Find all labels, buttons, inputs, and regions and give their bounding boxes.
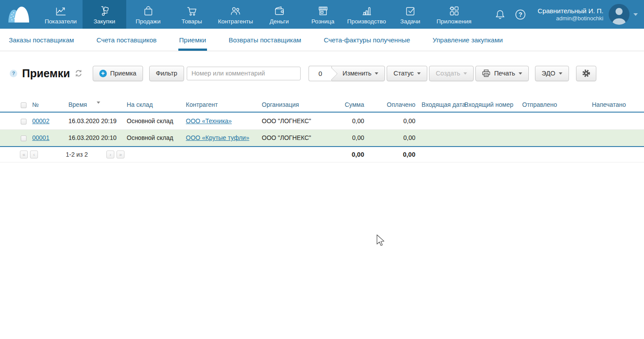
shopping-bag-icon bbox=[143, 4, 154, 17]
col-number[interactable]: № bbox=[32, 98, 68, 112]
last-page-button[interactable]: » bbox=[117, 151, 124, 158]
user-avatar[interactable] bbox=[609, 4, 629, 25]
hand-truck-icon bbox=[99, 4, 110, 17]
row-checkbox[interactable] bbox=[21, 119, 26, 124]
svg-text:?: ? bbox=[519, 11, 523, 18]
row-sum: 0,00 bbox=[324, 129, 364, 147]
sort-desc-icon bbox=[97, 102, 100, 104]
nav-item-indicators[interactable]: Показатели bbox=[39, 0, 83, 29]
nav-item-apps[interactable]: Приложения bbox=[432, 0, 476, 29]
nav-item-sales[interactable]: Продажи bbox=[126, 0, 170, 29]
tab-supplier-invoices[interactable]: Счета поставщиков bbox=[97, 29, 157, 51]
total-paid: 0,00 bbox=[364, 147, 415, 162]
table-row[interactable]: 00001 16.03.2020 20:10 Основной склад ОО… bbox=[0, 129, 644, 147]
topnav-right: ? Сравнительный И. П. admin@botinochki bbox=[490, 0, 644, 29]
tab-invoices-received[interactable]: Счета-фактуры полученные bbox=[324, 29, 410, 51]
prev-page-button[interactable]: ‹ bbox=[30, 151, 38, 158]
document-number-link[interactable]: 00002 bbox=[32, 117, 49, 124]
row-checkbox[interactable] bbox=[21, 136, 26, 141]
row-paid: 0,00 bbox=[364, 112, 415, 129]
nav-item-purchases[interactable]: Закупки bbox=[83, 0, 126, 29]
user-menu-caret-icon[interactable] bbox=[633, 13, 638, 16]
col-counterparty[interactable]: Контрагент bbox=[186, 98, 262, 112]
status-label: Статус bbox=[393, 70, 414, 77]
col-incoming-date[interactable]: Входящая дата bbox=[415, 98, 464, 112]
selection-group: 0 Изменить bbox=[309, 66, 385, 81]
row-sum: 0,00 bbox=[324, 112, 364, 129]
create-doc-label: Создать bbox=[436, 70, 460, 77]
search-input[interactable] bbox=[187, 67, 301, 80]
row-time: 16.03.2020 20:10 bbox=[68, 129, 127, 147]
pagination: « ‹ 1-2 из 2 › » bbox=[0, 151, 324, 158]
row-warehouse: Основной склад bbox=[127, 112, 186, 129]
col-sent[interactable]: Отправлено bbox=[522, 98, 592, 112]
nav-item-production[interactable]: Производство bbox=[345, 0, 388, 29]
toolbar: ? Приемки + Приемка Фильтр 0 Изменить bbox=[0, 51, 644, 82]
nav-item-label: Деньги bbox=[270, 18, 289, 25]
row-paid: 0,00 bbox=[364, 129, 415, 147]
counterparty-link[interactable]: ООО «Крутые туфли» bbox=[186, 134, 249, 141]
nav-item-label: Приложения bbox=[437, 18, 471, 25]
filter-button[interactable]: Фильтр bbox=[149, 66, 184, 81]
select-all-checkbox[interactable] bbox=[21, 102, 26, 108]
chevron-down-icon bbox=[463, 72, 467, 75]
wallet-icon bbox=[274, 4, 285, 17]
first-page-button[interactable]: « bbox=[20, 151, 28, 158]
gear-icon bbox=[582, 69, 591, 78]
status-dropdown-button[interactable]: Статус bbox=[387, 66, 427, 81]
counterparty-link[interactable]: ООО «Техника» bbox=[186, 117, 232, 124]
col-time[interactable]: Время bbox=[68, 98, 127, 112]
document-number-link[interactable]: 00001 bbox=[32, 134, 49, 141]
top-nav-bar: Показатели Закупки Продажи Товары bbox=[0, 0, 644, 29]
create-receiving-button[interactable]: + Приемка bbox=[93, 66, 143, 81]
total-sum: 0,00 bbox=[324, 147, 364, 162]
tab-supplier-returns[interactable]: Возвраты поставщикам bbox=[229, 29, 301, 51]
moysklad-logo-icon bbox=[7, 5, 32, 24]
actions-cluster: 0 Изменить Статус Создать bbox=[309, 66, 596, 81]
person-silhouette-icon bbox=[609, 4, 629, 25]
nav-item-label: Товары bbox=[181, 18, 202, 25]
refresh-icon[interactable] bbox=[75, 69, 83, 77]
settings-gear-button[interactable] bbox=[576, 66, 596, 81]
table-row[interactable]: 00002 16.03.2020 20:19 Основной склад ОО… bbox=[0, 112, 644, 129]
chevron-down-icon bbox=[375, 72, 378, 75]
mouse-cursor bbox=[376, 234, 386, 248]
row-time: 16.03.2020 20:19 bbox=[68, 112, 127, 129]
create-doc-dropdown-button[interactable]: Создать bbox=[429, 66, 474, 81]
user-menu[interactable]: Сравнительный И. П. admin@botinochki bbox=[538, 7, 603, 22]
print-dropdown-button[interactable]: Печать bbox=[475, 66, 529, 81]
col-organization[interactable]: Организация bbox=[262, 98, 324, 112]
chevron-down-icon bbox=[559, 72, 562, 75]
app-window: Показатели Закупки Продажи Товары bbox=[0, 0, 644, 339]
nav-item-money[interactable]: Деньги bbox=[257, 0, 301, 29]
nav-item-retail[interactable]: Розница bbox=[301, 0, 345, 29]
col-sum[interactable]: Сумма bbox=[324, 98, 364, 112]
col-warehouse[interactable]: На склад bbox=[127, 98, 186, 112]
col-printed[interactable]: Напечатано bbox=[592, 98, 644, 112]
col-paid[interactable]: Оплачено bbox=[364, 98, 415, 112]
pagination-range: 1-2 из 2 bbox=[66, 151, 88, 158]
nav-item-label: Продажи bbox=[136, 18, 160, 25]
nav-item-counterparties[interactable]: Контрагенты bbox=[214, 0, 257, 29]
user-name: Сравнительный И. П. bbox=[538, 7, 603, 15]
nav-item-label: Задачи bbox=[400, 18, 420, 25]
edit-dropdown-button[interactable]: Изменить bbox=[331, 66, 385, 81]
nav-item-tasks[interactable]: Задачи bbox=[388, 0, 432, 29]
tab-supplier-orders[interactable]: Заказы поставщикам bbox=[9, 29, 74, 51]
tab-purchase-management[interactable]: Управление закупками bbox=[433, 29, 503, 51]
moysklad-logo[interactable] bbox=[0, 0, 39, 29]
notifications-bell-icon[interactable] bbox=[490, 4, 510, 25]
plus-icon: + bbox=[99, 70, 107, 77]
col-incoming-number[interactable]: Входящий номер bbox=[464, 98, 522, 112]
totals-row: « ‹ 1-2 из 2 › » 0,00 0,00 bbox=[0, 147, 644, 162]
shopping-cart-icon bbox=[186, 4, 198, 17]
help-icon[interactable]: ? bbox=[510, 4, 531, 25]
page-help-icon[interactable]: ? bbox=[10, 70, 17, 77]
next-page-button[interactable]: › bbox=[106, 151, 114, 158]
tab-receivings[interactable]: Приемки bbox=[179, 29, 206, 51]
nav-item-label: Производство bbox=[347, 18, 386, 25]
print-label: Печать bbox=[494, 70, 515, 77]
receivings-table: № Время На склад Контрагент Организация … bbox=[0, 98, 644, 162]
edo-dropdown-button[interactable]: ЭДО bbox=[535, 66, 569, 81]
nav-item-goods[interactable]: Товары bbox=[170, 0, 214, 29]
